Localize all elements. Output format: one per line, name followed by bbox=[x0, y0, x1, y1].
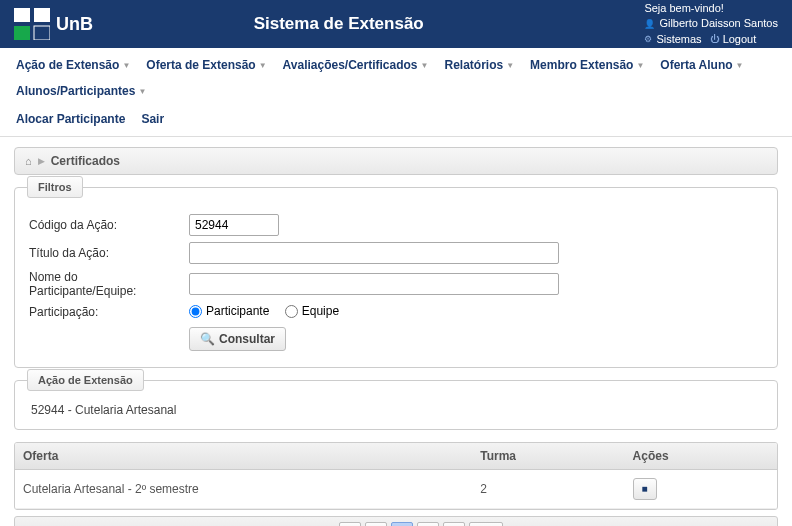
svg-rect-0 bbox=[14, 8, 30, 22]
th-turma: Turma bbox=[472, 443, 624, 470]
nav-oferta-extensao[interactable]: Oferta de Extensão▼ bbox=[140, 54, 272, 76]
nome-input[interactable] bbox=[189, 273, 559, 295]
label-participacao: Participação: bbox=[29, 305, 179, 319]
page-title: Sistema de Extensão bbox=[33, 14, 644, 34]
user-name: Gilberto Daisson Santos bbox=[659, 16, 778, 31]
caret-icon: ▼ bbox=[138, 87, 146, 96]
logout-link[interactable]: Logout bbox=[723, 32, 757, 47]
radio-participante-label: Participante bbox=[206, 304, 269, 318]
next-page-button[interactable]: ►► bbox=[417, 522, 439, 527]
prev-page-button[interactable]: ◄◄ bbox=[365, 522, 387, 527]
page-number-button[interactable]: 1 bbox=[391, 522, 413, 527]
gear-icon: ⚙ bbox=[644, 33, 652, 46]
nav-avaliacoes[interactable]: Avaliações/Certificados▼ bbox=[277, 54, 435, 76]
welcome-text: Seja bem-vindo! bbox=[644, 1, 778, 16]
page-size-select[interactable]: 50 bbox=[469, 522, 503, 527]
first-page-button[interactable]: I◄ bbox=[339, 522, 361, 527]
cell-turma: 2 bbox=[472, 470, 624, 509]
filters-legend: Filtros bbox=[27, 176, 83, 198]
user-info: Seja bem-vindo! 👤 Gilberto Daisson Santo… bbox=[644, 1, 778, 47]
document-icon: ■ bbox=[642, 483, 648, 494]
filters-panel: Filtros Código da Ação: Título da Ação: … bbox=[14, 187, 778, 368]
oferta-table: Oferta Turma Ações Cutelaria Artesanal -… bbox=[14, 442, 778, 510]
label-nome: Nome do Participante/Equipe: bbox=[29, 270, 179, 298]
header-bar: UnB Sistema de Extensão Seja bem-vindo! … bbox=[0, 0, 792, 48]
th-oferta: Oferta bbox=[15, 443, 472, 470]
nav-relatorios[interactable]: Relatórios▼ bbox=[438, 54, 520, 76]
th-acoes: Ações bbox=[625, 443, 777, 470]
home-icon[interactable]: ⌂ bbox=[25, 155, 32, 167]
nav-alunos-part[interactable]: Alunos/Participantes▼ bbox=[10, 80, 152, 102]
svg-rect-2 bbox=[14, 26, 30, 40]
nav-membro[interactable]: Membro Extensão▼ bbox=[524, 54, 650, 76]
caret-icon: ▼ bbox=[259, 61, 267, 70]
acao-legend: Ação de Extensão bbox=[27, 369, 144, 391]
chevron-right-icon: ▶ bbox=[38, 156, 45, 166]
acao-panel: Ação de Extensão 52944 - Cutelaria Artes… bbox=[14, 380, 778, 430]
caret-icon: ▼ bbox=[736, 61, 744, 70]
titulo-input[interactable] bbox=[189, 242, 559, 264]
last-page-button[interactable]: ►I bbox=[443, 522, 465, 527]
paginator: (1 of 1) I◄ ◄◄ 1 ►► ►I 50 bbox=[14, 516, 778, 527]
user-icon: 👤 bbox=[644, 18, 655, 31]
nav-oferta-aluno[interactable]: Oferta Aluno▼ bbox=[654, 54, 749, 76]
caret-icon: ▼ bbox=[636, 61, 644, 70]
row-action-button[interactable]: ■ bbox=[633, 478, 657, 500]
label-titulo: Título da Ação: bbox=[29, 246, 179, 260]
radio-participante[interactable] bbox=[189, 305, 202, 318]
cell-oferta: Cutelaria Artesanal - 2º semestre bbox=[15, 470, 472, 509]
consultar-button[interactable]: 🔍 Consultar bbox=[189, 327, 286, 351]
nav-sair[interactable]: Sair bbox=[135, 108, 170, 130]
breadcrumb-current: Certificados bbox=[51, 154, 120, 168]
search-icon: 🔍 bbox=[200, 332, 215, 346]
nav-acao-extensao[interactable]: Ação de Extensão▼ bbox=[10, 54, 136, 76]
caret-icon: ▼ bbox=[506, 61, 514, 70]
logout-icon: ⏻ bbox=[710, 33, 719, 46]
breadcrumb: ⌂ ▶ Certificados bbox=[14, 147, 778, 175]
sistemas-link[interactable]: Sistemas bbox=[656, 32, 701, 47]
label-codigo: Código da Ação: bbox=[29, 218, 179, 232]
nav-alocar[interactable]: Alocar Participante bbox=[10, 108, 131, 130]
acao-text: 52944 - Cutelaria Artesanal bbox=[29, 397, 763, 419]
caret-icon: ▼ bbox=[122, 61, 130, 70]
radio-equipe-label: Equipe bbox=[302, 304, 339, 318]
nav-bar: Ação de Extensão▼ Oferta de Extensão▼ Av… bbox=[0, 48, 792, 137]
caret-icon: ▼ bbox=[421, 61, 429, 70]
codigo-input[interactable] bbox=[189, 214, 279, 236]
table-row: Cutelaria Artesanal - 2º semestre 2 ■ bbox=[15, 470, 777, 509]
radio-equipe[interactable] bbox=[285, 305, 298, 318]
